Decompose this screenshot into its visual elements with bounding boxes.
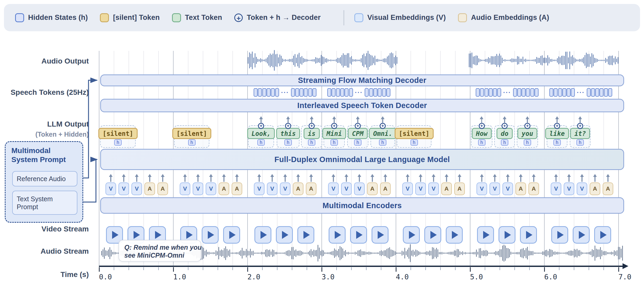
waveform-bar [524,59,525,61]
waveform-bar [476,249,477,257]
minor-tick [203,267,203,270]
waveform-bar [439,252,440,254]
waveform-bar [560,57,561,63]
waveform-bar [537,252,537,254]
bar-streaming-flow-matching-decoder: Streaming Flow Matching Decoder [100,74,624,86]
waveform-bar [393,251,394,256]
waveform-bar [488,57,489,64]
waveform-bar [268,250,269,256]
waveform-bar [214,252,215,254]
up-arrow-icon [420,175,421,182]
waveform-bar [302,56,302,65]
waveform-bar [458,249,459,257]
audio-embedding-box: A [232,182,242,195]
waveform-bar [391,249,391,257]
waveform-bar [376,253,376,254]
ellipsis-dots: ··· [280,88,291,96]
waveform-bar [314,250,314,257]
play-icon [378,231,384,239]
waveform-bar [385,250,386,256]
waveform-bar [367,252,368,254]
waveform-bar [340,57,341,64]
waveform-bar [230,249,230,257]
audio-embedding-box: A [528,182,539,195]
waveform-bar [460,251,460,255]
waveform-bar [206,250,207,257]
visual-embedding-box: V [341,182,352,195]
speech-token-square [497,88,501,97]
waveform-bar [388,248,389,258]
waveform-bar [480,59,481,62]
waveform-bar [108,249,109,257]
waveform-bar [457,249,458,257]
ellipsis-dots: ··· [575,88,586,96]
waveform-bar [531,251,532,255]
question-speech-bubble: Q: Remind me when you see MiniCPM-Omni [118,240,201,262]
waveform-bar [290,251,291,256]
up-arrow-icon [261,117,262,123]
audio-embedding-box: A [293,182,303,195]
waveform-bar [317,245,318,262]
up-arrow-icon [123,175,124,182]
waveform-bar [546,58,547,63]
token-plus-decoder-icon: + [258,123,264,129]
waveform-bar [497,252,497,255]
waveform-bar [509,60,510,61]
speech-token-square [345,88,349,97]
waveform-bar [383,59,384,62]
waveform-bar [297,54,298,66]
up-arrow-icon [359,175,360,182]
up-arrow-icon [149,175,150,182]
waveform-bar [563,56,563,65]
up-arrow-icon [210,175,211,182]
waveform-bar [346,55,346,66]
minor-tick [188,267,188,270]
waveform-bar [371,252,372,254]
waveform-bar [535,252,536,254]
waveform-bar [597,249,598,257]
waveform-bar [570,51,570,69]
play-icon [208,231,214,239]
waveform-bar [554,60,555,61]
minor-tick [485,267,485,270]
play-icon [335,231,341,239]
waveform-bar [570,251,571,256]
waveform-bar [494,252,495,254]
diagram-canvas: Hidden States (h)[silent] TokenText Toke… [0,0,644,295]
waveform-bar [567,252,568,255]
waveform-bar [285,252,285,254]
waveform-bar [432,247,433,259]
waveform-bar [267,57,268,64]
visual-embedding-box: V [254,182,264,195]
waveform-bar [348,252,349,254]
waveform-bar [314,59,315,62]
waveform-bar [211,252,212,254]
video-frame-button [446,226,463,244]
waveform-bar [594,58,595,63]
up-arrow-icon [580,117,581,123]
llm-token-group: Look,h+ [248,125,274,148]
up-arrow-icon [236,175,237,182]
waveform-bar [255,253,256,254]
waveform-bar [275,252,276,254]
waveform-bar [522,249,522,257]
waveform-bar [359,60,360,61]
waveform-bar [362,251,363,255]
play-icon [526,231,532,239]
waveform-bar [354,253,354,254]
speech-token-square [554,88,558,97]
up-arrow-icon [507,175,508,182]
waveform-bar [615,251,616,255]
waveform-bar [547,55,548,65]
play-icon [579,231,585,239]
waveform-bar [506,60,507,61]
waveform-bar [312,59,313,61]
waveform-bar [268,55,269,66]
waveform-bar [319,248,320,259]
up-arrow-icon [333,175,334,182]
waveform-bar [611,252,612,254]
waveform-bar [368,51,368,70]
token-plus-decoder-icon: + [577,123,583,129]
waveform-bar [305,253,306,254]
waveform-bar [480,248,481,258]
